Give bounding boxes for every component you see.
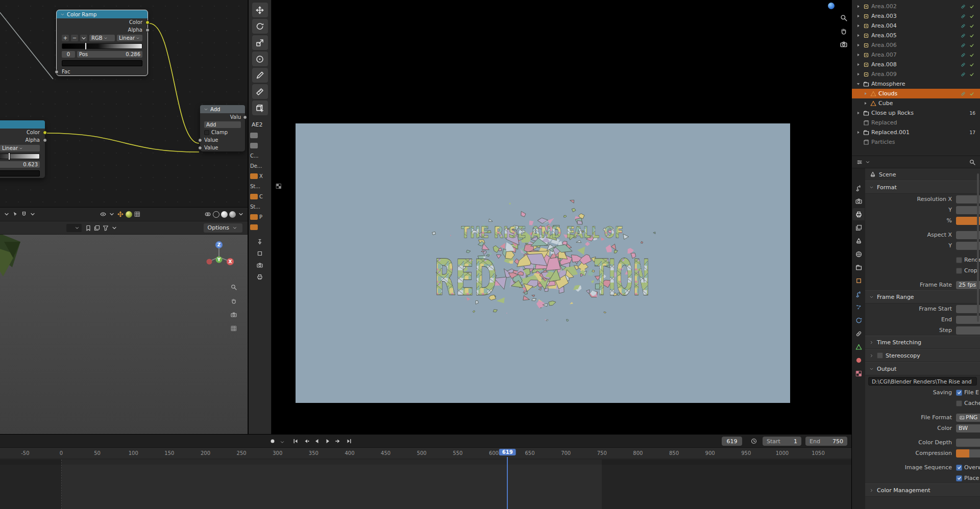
chevron-down-icon[interactable]: [60, 12, 65, 17]
input-socket-fac[interactable]: Fac: [57, 68, 148, 75]
outliner-item[interactable]: Area.002: [852, 2, 980, 11]
tab-texture[interactable]: [852, 367, 865, 379]
outliner-item[interactable]: Clouds: [852, 89, 980, 98]
ramp-handle[interactable]: [85, 43, 86, 49]
panel-header-color-management[interactable]: Color Management: [865, 483, 980, 497]
tab-render[interactable]: [852, 195, 865, 207]
outliner-item[interactable]: Close up Rocks16: [852, 108, 980, 118]
number-field[interactable]: [956, 326, 980, 335]
ball-matcap-icon[interactable]: [126, 211, 132, 218]
outliner-item[interactable]: Particles: [852, 137, 980, 147]
properties-editor[interactable]: Scene FormatResolution XY%Aspect XYRende…: [852, 156, 980, 509]
options-button[interactable]: Options: [204, 223, 242, 233]
check-icon[interactable]: [968, 13, 975, 20]
link-icon[interactable]: [960, 32, 967, 39]
outliner-item[interactable]: Atmosphere: [852, 79, 980, 89]
tab-view-layer[interactable]: [852, 221, 865, 234]
move-icon[interactable]: [117, 211, 124, 218]
number-field[interactable]: [956, 439, 980, 447]
printer-icon[interactable]: [256, 273, 263, 281]
stop-color-swatch[interactable]: [0, 170, 40, 176]
enum-field[interactable]: BW: [956, 424, 980, 432]
panel-header-time-stretching[interactable]: Time Stretching: [865, 336, 980, 349]
disclosure-icon[interactable]: [855, 13, 861, 19]
check-icon[interactable]: [968, 90, 975, 97]
check-icon[interactable]: [968, 71, 975, 78]
input-socket-value-1[interactable]: Value: [200, 136, 245, 144]
strip-slot[interactable]: C...: [249, 150, 271, 161]
prev-key-icon[interactable]: [303, 438, 310, 445]
strip-slot[interactable]: C: [249, 191, 271, 201]
viewport-3d[interactable]: Options Z X Y: [0, 208, 248, 434]
add-math-node[interactable]: Add Valu Add Clamp Value Value: [200, 105, 245, 151]
tab-object[interactable]: [852, 274, 865, 287]
frame-start-field[interactable]: Start1: [763, 437, 801, 446]
link-icon[interactable]: [960, 52, 967, 59]
node-header[interactable]: Add: [200, 105, 245, 113]
shader-node-editor[interactable]: Color Ramp Color Alpha + − RGB Linear 0 …: [0, 0, 248, 208]
link-icon[interactable]: [960, 61, 967, 68]
disclosure-icon[interactable]: [855, 130, 861, 136]
check-icon[interactable]: [968, 22, 975, 30]
node-header[interactable]: Color Ramp: [57, 10, 148, 18]
skip-start-icon[interactable]: [292, 438, 299, 445]
rotate-tool-button[interactable]: [252, 19, 268, 34]
check-icon[interactable]: [968, 61, 975, 68]
number-field[interactable]: [956, 305, 980, 313]
ball-mat-icon[interactable]: [229, 211, 236, 218]
strip-slot[interactable]: De...: [249, 161, 271, 171]
output-socket-color[interactable]: Color: [57, 18, 148, 26]
search-icon[interactable]: [969, 159, 976, 166]
output-socket-alpha[interactable]: Alpha: [57, 26, 148, 34]
checkbox[interactable]: [956, 465, 962, 471]
measure-tool-button[interactable]: [252, 84, 268, 99]
disclosure-icon[interactable]: [855, 110, 861, 116]
tab-physics[interactable]: [852, 314, 865, 326]
remove-stop-button[interactable]: −: [71, 35, 78, 41]
current-frame-field[interactable]: 619: [722, 437, 742, 446]
stop-position-field[interactable]: 0.623: [0, 161, 40, 168]
tab-collection[interactable]: [852, 261, 865, 273]
camera-icon[interactable]: [840, 41, 847, 48]
panel-header-frame-range[interactable]: Frame Range: [865, 290, 980, 303]
ball-wire-icon[interactable]: [213, 211, 219, 218]
move-tool-button[interactable]: [252, 3, 268, 17]
skip-end-icon[interactable]: [346, 438, 353, 445]
check-icon[interactable]: [968, 52, 975, 59]
xray-icon[interactable]: [204, 211, 211, 218]
chevron-down-icon[interactable]: [864, 159, 871, 166]
output-socket-color[interactable]: Color: [0, 129, 45, 136]
number-field[interactable]: [956, 242, 980, 250]
add-stop-button[interactable]: +: [62, 35, 69, 41]
strip-slot[interactable]: St...: [249, 181, 271, 191]
disclosure-icon[interactable]: [855, 42, 861, 48]
interpolation-dropdown[interactable]: Linear: [117, 35, 142, 41]
viewport-canvas[interactable]: Z X Y: [0, 235, 248, 434]
node-header[interactable]: [0, 120, 45, 129]
color-ramp-node[interactable]: Color Ramp Color Alpha + − RGB Linear 0 …: [57, 10, 148, 75]
disclosure-icon[interactable]: [855, 33, 861, 39]
chevron-down-icon[interactable]: [29, 211, 36, 218]
disclosure-icon[interactable]: [855, 23, 861, 29]
ramp-handle[interactable]: [9, 153, 10, 160]
checkbox[interactable]: [877, 352, 883, 359]
check-icon[interactable]: [968, 32, 975, 39]
outliner-item[interactable]: Replaced.00117: [852, 128, 980, 137]
link-icon[interactable]: [960, 90, 967, 97]
playhead[interactable]: 619: [499, 449, 516, 455]
disclosure-icon[interactable]: [862, 91, 868, 97]
stop-position-field[interactable]: Pos0.286: [77, 51, 142, 58]
outliner-item[interactable]: Replaced: [852, 118, 980, 128]
check-icon[interactable]: [968, 42, 975, 49]
output-path-field[interactable]: D:\CGI\Blender Renders\The Rise and: [868, 377, 977, 386]
navigation-gizmo[interactable]: Z X Y: [203, 239, 235, 271]
magnet-icon[interactable]: [20, 211, 28, 218]
enum-field[interactable]: 25 fps: [956, 281, 980, 289]
outliner-item[interactable]: Area.004: [852, 21, 980, 31]
editor-type-icon[interactable]: [856, 159, 863, 166]
grid-icon[interactable]: [230, 325, 237, 332]
brush-dropdown[interactable]: [66, 224, 82, 232]
link-icon[interactable]: [960, 42, 967, 49]
bookmark-icon[interactable]: [85, 224, 92, 232]
outliner-item[interactable]: Area.007: [852, 50, 980, 60]
